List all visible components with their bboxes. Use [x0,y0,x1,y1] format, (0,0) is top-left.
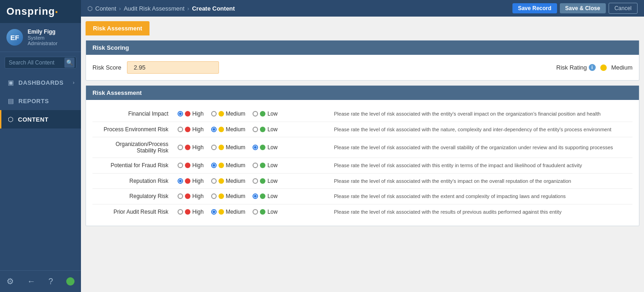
radio-high[interactable]: High [178,209,204,215]
high-label: High [192,144,204,151]
risk-scoring-row: Risk Score 2.95 Risk Rating i Medium [92,61,632,74]
radio-dot-low[interactable] [253,145,258,150]
radio-dot-medium[interactable] [211,127,217,132]
sidebar-item-content[interactable]: ⬡ CONTENT [0,110,81,128]
search-button[interactable]: 🔍 [64,58,75,68]
low-color-dot [260,178,265,184]
radio-group: HighMediumLow [178,126,325,133]
risk-table: Financial ImpactHighMediumLowPlease rate… [92,106,632,219]
radio-high[interactable]: High [178,144,204,151]
radio-dot-low[interactable] [253,209,258,215]
high-label: High [192,193,204,199]
rating-color-dot [600,64,607,71]
content-label: CONTENT [18,116,48,123]
back-icon[interactable]: ← [27,277,35,286]
search-area[interactable]: 🔍 [0,52,81,73]
radio-medium[interactable]: Medium [211,111,246,117]
radio-dot-medium[interactable] [211,178,217,184]
risk-description: Please rate the level of risk associated… [329,137,632,158]
radio-dot-medium[interactable] [211,209,217,215]
radio-dot-medium[interactable] [211,193,217,199]
radio-dot-medium[interactable] [211,145,217,150]
radio-dot-low[interactable] [253,178,258,184]
risk-assessment-body: Financial ImpactHighMediumLowPlease rate… [86,100,639,226]
radio-low[interactable]: Low [253,162,277,169]
radio-dot-high[interactable] [178,111,183,117]
risk-description: Please rate the level of risk associated… [329,106,632,122]
breadcrumb-layers-icon: ⬡ [87,5,92,12]
settings-icon[interactable]: ⚙ [6,276,14,286]
sidebar-item-reports[interactable]: ▤ REPORTS [0,92,81,110]
row-label: Reputation Risk [92,173,173,189]
radio-high[interactable]: High [178,126,204,133]
radio-dot-low[interactable] [253,127,258,132]
low-color-dot [260,111,265,117]
table-row: Financial ImpactHighMediumLowPlease rate… [92,106,632,122]
radio-medium[interactable]: Medium [211,144,246,151]
table-row: Prior Audit Result RiskHighMediumLowPlea… [92,204,632,219]
radio-dot-high[interactable] [178,127,183,132]
radio-high[interactable]: High [178,178,204,184]
tab-risk-assessment[interactable]: Risk Assessment [86,21,150,35]
radio-low[interactable]: Low [253,111,277,117]
risk-scoring-body: Risk Score 2.95 Risk Rating i Medium [86,55,639,80]
medium-label: Medium [226,178,246,184]
radio-dot-medium[interactable] [211,111,217,117]
radio-dot-high[interactable] [178,193,183,199]
radio-medium[interactable]: Medium [211,178,246,184]
low-color-dot [260,127,265,132]
radio-dot-medium[interactable] [211,163,217,168]
help-icon[interactable]: ? [48,277,53,286]
radio-low[interactable]: Low [253,178,277,184]
radio-high[interactable]: High [178,193,204,199]
medium-color-dot [218,145,224,150]
radio-medium[interactable]: Medium [211,126,246,133]
medium-color-dot [218,163,224,168]
radio-dot-high[interactable] [178,163,183,168]
reports-icon: ▤ [8,97,14,105]
radio-group: HighMediumLow [178,111,325,117]
low-color-dot [260,193,265,199]
radio-dot-low[interactable] [253,193,258,199]
radio-group: HighMediumLow [178,162,325,169]
dashboards-icon: ▣ [8,79,14,86]
table-row: Potential for Fraud RiskHighMediumLowPle… [92,158,632,174]
risk-description: Please rate the level of risk associated… [329,173,632,189]
risk-description: Please rate the level of risk associated… [329,189,632,204]
radio-low[interactable]: Low [253,126,277,133]
radio-low[interactable]: Low [253,193,277,199]
radio-dot-low[interactable] [253,163,258,168]
user-info: Emily Figg System Administrator [28,29,75,46]
radio-medium[interactable]: Medium [211,209,246,215]
user-role: System Administrator [28,35,75,46]
cancel-button[interactable]: Cancel [609,3,638,14]
breadcrumb-current: Create Content [192,5,235,12]
sidebar-item-dashboards[interactable]: ▣ DASHBOARDS › [0,73,81,92]
risk-rating-label: Risk Rating i [556,64,595,71]
radio-medium[interactable]: Medium [211,162,246,169]
radio-high[interactable]: High [178,162,204,169]
radio-dot-high[interactable] [178,209,183,215]
radio-low[interactable]: Low [253,144,277,151]
radio-dot-low[interactable] [253,111,258,117]
reports-label: REPORTS [18,98,49,105]
tab-bar: Risk Assessment [86,21,639,35]
row-label: Potential for Fraud Risk [92,158,173,174]
radio-medium[interactable]: Medium [211,193,246,199]
radio-dot-high[interactable] [178,145,183,150]
rating-info-icon[interactable]: i [589,64,596,71]
radio-dot-high[interactable] [178,178,183,184]
save-record-button[interactable]: Save Record [512,3,557,13]
radio-low[interactable]: Low [253,209,277,215]
medium-label: Medium [226,111,246,117]
sidebar-bottom: ⚙ ← ? [0,270,81,292]
breadcrumb-sep-1: › [119,5,121,12]
content-icon: ⬡ [8,116,13,123]
high-color-dot [185,209,190,215]
radio-high[interactable]: High [178,111,204,117]
high-label: High [192,162,204,169]
risk-description: Please rate the level of risk associated… [329,204,632,219]
radio-options: HighMediumLow [173,173,329,189]
logo-dot: ● [55,9,58,14]
save-close-button[interactable]: Save & Close [560,3,606,13]
